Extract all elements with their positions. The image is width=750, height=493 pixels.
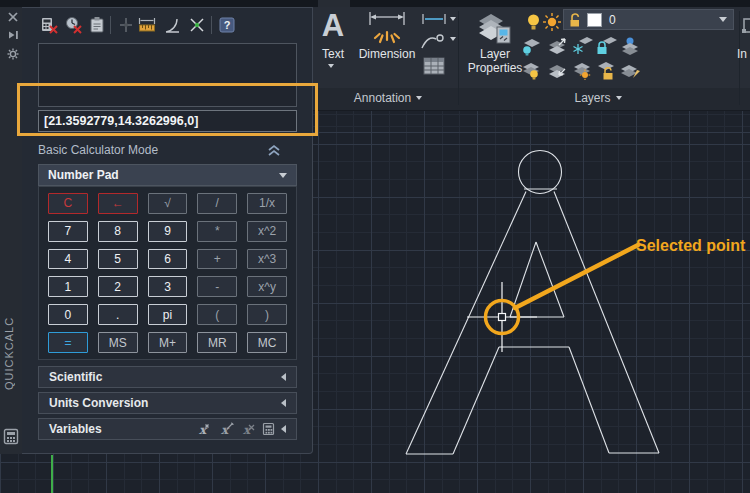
svg-text:x: x — [243, 423, 252, 436]
calc-key-5[interactable]: 5 — [98, 249, 138, 270]
section-expand-icon — [281, 425, 286, 433]
calculator-input-field[interactable]: [21.3592779,14.3262996,0] — [38, 110, 297, 132]
svg-text:x: x — [221, 423, 230, 436]
properties-gear-icon[interactable] — [7, 48, 19, 60]
new-variable-icon[interactable]: x — [196, 422, 212, 436]
calc-key-0[interactable]: 0 — [48, 304, 88, 325]
intersection-of-lines-icon[interactable] — [188, 16, 206, 34]
close-icon[interactable] — [7, 11, 19, 23]
dimension-button-label[interactable]: Dimension — [353, 47, 421, 61]
linear-dimension-icon[interactable] — [421, 13, 447, 25]
section-variables-label: Variables — [49, 422, 102, 436]
layer-isolate-icon[interactable] — [520, 36, 542, 56]
calc-key-8[interactable]: 8 — [98, 221, 138, 242]
layers-panel-dropdown-icon — [616, 96, 622, 100]
collapse-chevrons-icon[interactable] — [267, 144, 281, 156]
leader-dropdown-icon[interactable] — [450, 37, 456, 41]
calc-key-close-paren[interactable]: ) — [247, 304, 287, 325]
section-expand-icon — [281, 373, 286, 381]
number-pad-header[interactable]: Number Pad — [38, 164, 297, 186]
edit-variable-icon[interactable]: x — [218, 422, 234, 436]
calc-key-inverse[interactable]: 1/x — [247, 193, 287, 214]
calc-key-cube[interactable]: x^3 — [247, 249, 287, 270]
number-pad-collapse-icon — [279, 173, 287, 178]
autocad-window: Selected point A Text Dimens — [0, 0, 750, 493]
distance-between-points-icon[interactable] — [138, 16, 156, 34]
clear-history-icon[interactable] — [64, 16, 82, 34]
leader-tool-icon[interactable] — [420, 32, 446, 50]
calculator-variable-icon[interactable] — [262, 422, 275, 436]
calc-key-subtract[interactable]: - — [197, 276, 237, 297]
autohide-pin-icon[interactable] — [7, 29, 19, 41]
help-icon[interactable]: ? — [218, 16, 236, 34]
insert-panel-partial-label[interactable]: In — [737, 47, 750, 61]
tab-segment — [40, 0, 90, 7]
layer-on-bulb-icon[interactable] — [526, 12, 541, 33]
section-variables[interactable]: Variables x x x — [38, 418, 297, 440]
calc-key-backspace[interactable]: ← — [98, 193, 138, 214]
insert-block-icon[interactable] — [741, 15, 750, 37]
section-scientific[interactable]: Scientific — [38, 366, 297, 388]
text-dropdown-icon[interactable] — [328, 64, 334, 68]
quickcalc-palette-icon — [3, 428, 19, 445]
history-area[interactable] — [38, 43, 297, 107]
calc-key-memory-add[interactable]: M+ — [148, 332, 188, 353]
layer-unisolate-icon[interactable] — [546, 36, 568, 56]
calc-key-add[interactable]: + — [197, 249, 237, 270]
calc-key-6[interactable]: 6 — [148, 249, 188, 270]
calc-key-power[interactable]: x^y — [247, 276, 287, 297]
get-coordinates-icon[interactable] — [119, 16, 133, 34]
current-layer-name: 0 — [609, 13, 616, 27]
layer-properties-icon[interactable] — [475, 9, 513, 47]
angle-of-line-icon[interactable] — [163, 16, 181, 34]
mode-header: Basic Calculator Mode — [38, 140, 297, 160]
calc-key-4[interactable]: 4 — [48, 249, 88, 270]
layer-lock-icon[interactable] — [595, 36, 617, 56]
calc-key-memory-store[interactable]: MS — [98, 332, 138, 353]
calc-key-square[interactable]: x^2 — [247, 221, 287, 242]
calc-key-divide[interactable]: / — [197, 193, 237, 214]
calc-key-1[interactable]: 1 — [48, 276, 88, 297]
quickcalc-palette: QUICKCALC — [0, 7, 313, 454]
annotation-panel-label[interactable]: Annotation — [333, 87, 443, 109]
delete-variable-icon[interactable]: x — [240, 422, 256, 436]
tab-segment — [318, 0, 350, 7]
layer-match-icon[interactable] — [546, 60, 568, 80]
table-tool-icon[interactable] — [423, 57, 445, 75]
text-tool-icon[interactable]: A — [318, 8, 348, 44]
calc-key-decimal[interactable]: . — [98, 304, 138, 325]
calc-key-7[interactable]: 7 — [48, 221, 88, 242]
layer-unlock-icon[interactable] — [595, 60, 617, 80]
calc-key-memory-clear[interactable]: MC — [247, 332, 287, 353]
layer-off-icon[interactable] — [520, 60, 542, 80]
layer-thaw-icon[interactable] — [571, 60, 593, 80]
annotation-panel-dropdown-icon — [416, 96, 422, 100]
mode-header-label: Basic Calculator Mode — [38, 143, 158, 157]
calc-key-9[interactable]: 9 — [148, 221, 188, 242]
dimension-style-dropdown-icon[interactable] — [450, 17, 456, 21]
section-units-conversion[interactable]: Units Conversion — [38, 392, 297, 414]
layer-make-current-icon[interactable] — [619, 36, 641, 56]
calc-key-clear[interactable]: C — [48, 193, 88, 214]
ribbon: A Text Dimension — [313, 7, 750, 111]
svg-text:?: ? — [224, 19, 231, 31]
calc-key-memory-recall[interactable]: MR — [197, 332, 237, 353]
calc-key-3[interactable]: 3 — [148, 276, 188, 297]
layer-selector-dropdown[interactable]: 0 — [563, 9, 734, 30]
calc-key-sqrt[interactable]: √ — [148, 193, 188, 214]
layers-panel-label[interactable]: Layers — [558, 87, 638, 109]
dimension-tool-icon[interactable] — [366, 10, 408, 48]
toolbar-separator — [110, 16, 111, 34]
paste-value-icon[interactable] — [88, 16, 106, 34]
text-button-label[interactable]: Text — [313, 47, 353, 61]
clear-icon[interactable] — [40, 16, 58, 34]
calc-key-pi[interactable]: pi — [148, 304, 188, 325]
calc-key-open-paren[interactable]: ( — [197, 304, 237, 325]
layer-freeze-icon[interactable] — [571, 36, 593, 56]
calc-key-equals[interactable]: = — [48, 332, 88, 353]
layer-merge-icon[interactable] — [619, 60, 641, 80]
calc-key-multiply[interactable]: * — [197, 221, 237, 242]
calc-key-2[interactable]: 2 — [98, 276, 138, 297]
ribbon-tab-strip — [0, 0, 750, 7]
layer-thaw-sun-icon[interactable] — [542, 11, 562, 33]
